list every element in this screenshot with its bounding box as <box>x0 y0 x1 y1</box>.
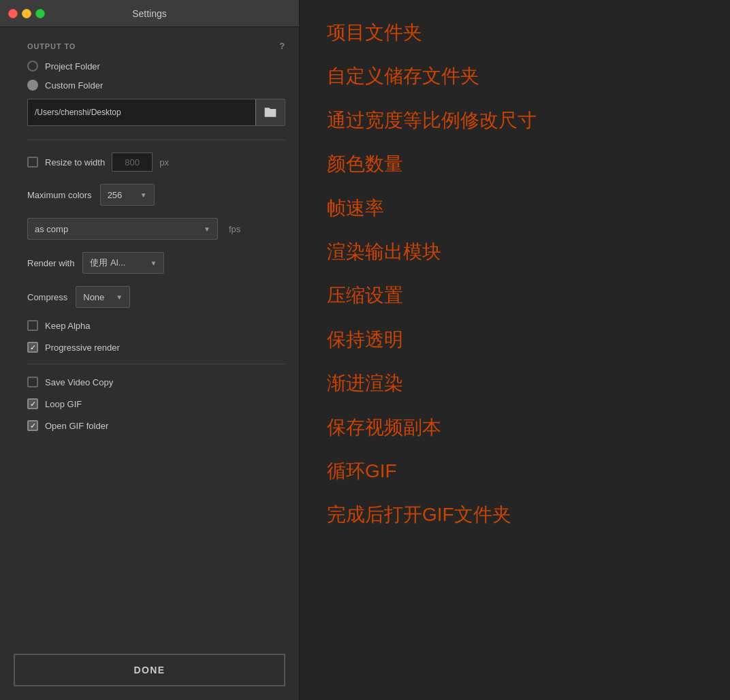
fps-select[interactable]: as comp ▼ <box>27 218 218 240</box>
chevron-down-icon-render: ▼ <box>150 259 157 267</box>
compress-row: Compress None ▼ <box>27 286 285 308</box>
browse-button[interactable] <box>255 99 285 126</box>
chinese-label-2: 通过宽度等比例修改尺寸 <box>327 108 703 133</box>
divider-2 <box>27 364 285 364</box>
loop-gif-row[interactable]: Loop GIF <box>27 398 285 409</box>
max-colors-select[interactable]: 256 ▼ <box>100 184 155 206</box>
resize-to-width-row: Resize to width px <box>27 153 285 172</box>
custom-folder-option[interactable]: Custom Folder <box>27 80 285 91</box>
project-folder-radio[interactable] <box>27 61 38 71</box>
render-with-label: Render with <box>27 258 74 268</box>
folder-icon <box>264 106 277 119</box>
traffic-lights <box>8 9 45 18</box>
progressive-render-checkbox[interactable] <box>27 342 38 353</box>
maximize-button[interactable] <box>35 9 45 18</box>
title-bar: Settings <box>0 0 299 27</box>
fps-row: as comp ▼ fps <box>27 218 285 240</box>
divider-1 <box>27 140 285 140</box>
close-button[interactable] <box>8 9 18 18</box>
left-panel: Settings OUTPUT TO ? Project Folder Cust… <box>0 0 300 700</box>
save-video-copy-label: Save Video Copy <box>45 377 113 387</box>
loop-gif-checkbox[interactable] <box>27 398 38 409</box>
resize-input[interactable] <box>112 153 153 172</box>
resize-unit: px <box>159 157 169 168</box>
path-input[interactable] <box>27 99 255 126</box>
loop-gif-label: Loop GIF <box>45 399 82 409</box>
project-folder-option[interactable]: Project Folder <box>27 61 285 71</box>
save-video-copy-checkbox[interactable] <box>27 377 38 387</box>
open-gif-folder-row[interactable]: Open GIF folder <box>27 420 285 431</box>
open-gif-folder-checkbox[interactable] <box>27 420 38 431</box>
keep-alpha-checkbox[interactable] <box>27 320 38 331</box>
open-gif-folder-label: Open GIF folder <box>45 421 108 431</box>
project-folder-label: Project Folder <box>45 61 100 71</box>
custom-folder-radio[interactable] <box>27 80 38 91</box>
chinese-label-3: 颜色数量 <box>327 152 703 176</box>
resize-label: Resize to width <box>45 157 105 168</box>
path-input-row <box>27 99 285 126</box>
keep-alpha-row[interactable]: Keep Alpha <box>27 320 285 331</box>
max-colors-row: Maximum colors 256 ▼ <box>27 184 285 206</box>
chinese-label-11: 完成后打开GIF文件夹 <box>327 503 703 527</box>
compress-select[interactable]: None ▼ <box>76 286 130 308</box>
chinese-label-8: 渐进渲染 <box>327 371 703 396</box>
chinese-label-10: 循环GIF <box>327 459 703 483</box>
resize-checkbox[interactable] <box>27 157 38 168</box>
max-colors-label: Maximum colors <box>27 190 92 200</box>
render-with-row: Render with 使用 Al... ▼ <box>27 252 285 274</box>
done-btn-container: DONE <box>0 646 299 700</box>
render-with-select[interactable]: 使用 Al... ▼ <box>82 252 164 274</box>
fps-unit: fps <box>229 224 240 234</box>
compress-label: Compress <box>27 292 67 302</box>
chinese-label-7: 保持透明 <box>327 328 703 352</box>
right-panel: 项目文件夹 自定义储存文件夹 通过宽度等比例修改尺寸 颜色数量 帧速率 渲染输出… <box>300 0 730 700</box>
fps-value: as comp <box>35 224 68 234</box>
help-icon[interactable]: ? <box>279 41 285 51</box>
keep-alpha-label: Keep Alpha <box>45 321 91 331</box>
render-with-value: 使用 Al... <box>90 257 125 269</box>
window-title: Settings <box>132 8 167 19</box>
chinese-label-9: 保存视频副本 <box>327 415 703 440</box>
chinese-label-5: 渲染输出模块 <box>327 240 703 264</box>
compress-value: None <box>83 292 104 302</box>
settings-content: OUTPUT TO ? Project Folder Custom Folder <box>0 27 299 646</box>
output-to-section-label: OUTPUT TO ? <box>27 41 285 51</box>
minimize-button[interactable] <box>22 9 31 18</box>
chinese-label-4: 帧速率 <box>327 196 703 221</box>
chevron-down-icon: ▼ <box>140 191 147 199</box>
max-colors-value: 256 <box>108 190 123 200</box>
chinese-label-6: 压缩设置 <box>327 283 703 308</box>
progressive-render-label: Progressive render <box>45 343 120 353</box>
chevron-down-icon-fps: ▼ <box>204 225 210 233</box>
custom-folder-label: Custom Folder <box>45 80 103 91</box>
done-button[interactable]: DONE <box>14 654 285 686</box>
chinese-label-0: 项目文件夹 <box>327 20 703 45</box>
progressive-render-row[interactable]: Progressive render <box>27 342 285 353</box>
chevron-down-icon-compress: ▼ <box>116 293 123 301</box>
save-video-copy-row[interactable]: Save Video Copy <box>27 377 285 387</box>
chinese-label-1: 自定义储存文件夹 <box>327 64 703 89</box>
